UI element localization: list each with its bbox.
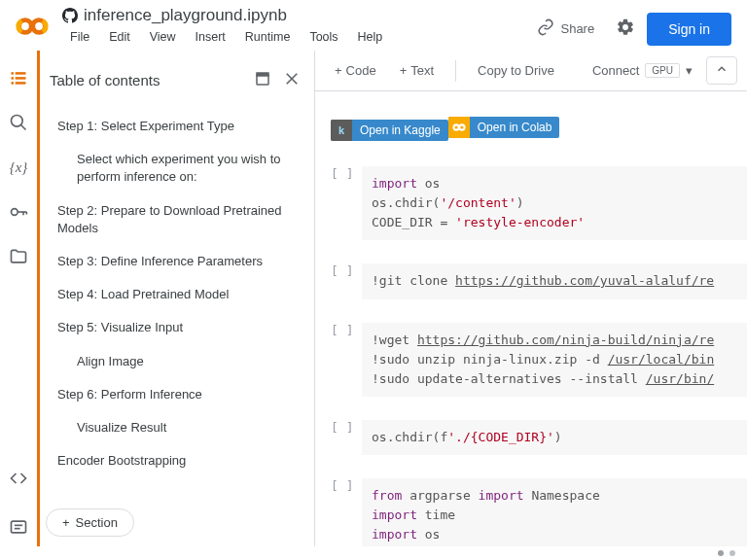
add-text-button[interactable]: +Text [390, 58, 444, 83]
toc-item[interactable]: Encoder Bootstrapping [53, 444, 308, 477]
cell-prompt: [ ] [331, 323, 362, 397]
colab-icon [448, 117, 470, 138]
cell-prompt: [ ] [331, 166, 362, 240]
toc-list: Step 1: Select Experiment Type Select wh… [40, 110, 314, 499]
open-in-colab-badge[interactable]: Open in Colab [448, 117, 560, 138]
code-content[interactable]: !git clone https://github.com/yuval-alal… [362, 263, 747, 298]
share-button[interactable]: Share [527, 13, 604, 45]
status-dots [718, 550, 735, 556]
menu-help[interactable]: Help [350, 27, 391, 47]
toc-item[interactable]: Step 5: Visualize Input [53, 311, 308, 344]
toc-panel: Table of contents Step 1: Select Experim… [37, 51, 315, 546]
svg-point-21 [453, 124, 458, 129]
cell-prompt: [ ] [331, 478, 362, 546]
menu-file[interactable]: File [62, 27, 97, 47]
sidebar-rail: {x} [0, 51, 37, 546]
github-icon [62, 8, 78, 23]
toc-title: Table of contents [50, 72, 246, 88]
svg-rect-2 [12, 72, 15, 75]
settings-button[interactable] [610, 12, 641, 46]
notebook-title[interactable]: inference_playground.ipynb [84, 6, 287, 25]
svg-point-10 [12, 209, 18, 216]
svg-rect-7 [16, 82, 26, 85]
add-code-button[interactable]: +Code [325, 58, 386, 83]
toc-item[interactable]: Step 2: Prepare to Download Pretrained M… [53, 194, 308, 245]
svg-rect-18 [257, 73, 268, 76]
chevron-up-icon [715, 64, 729, 79]
cell-prompt: [ ] [331, 420, 362, 455]
svg-line-9 [21, 125, 26, 130]
new-tab-icon[interactable] [250, 66, 275, 94]
menu-runtime[interactable]: Runtime [237, 27, 299, 47]
collapse-button[interactable] [706, 56, 737, 85]
code-cell[interactable]: [ ] from argparse import Namespace impor… [315, 471, 747, 546]
toc-item[interactable]: Step 4: Load Pretrained Model [53, 278, 308, 311]
menu-bar: File Edit View Insert Runtime Tools Help [62, 27, 527, 47]
toc-item[interactable]: Step 3: Define Inference Parameters [53, 245, 308, 278]
section-label: Section [76, 515, 118, 530]
kaggle-icon: k [331, 120, 352, 141]
toolbar: +Code +Text Copy to Drive Connect GPU ▾ [315, 51, 747, 91]
toc-item[interactable]: Visualize Result [53, 411, 308, 444]
close-icon[interactable] [279, 66, 304, 94]
svg-rect-6 [12, 82, 15, 85]
plus-icon: + [62, 515, 70, 530]
add-section-button[interactable]: + Section [46, 508, 134, 537]
code-cell[interactable]: [ ] !wget https://github.com/ninja-build… [315, 315, 747, 404]
svg-point-8 [12, 116, 23, 127]
signin-button[interactable]: Sign in [647, 13, 731, 46]
status-dot [718, 550, 724, 556]
svg-rect-14 [12, 521, 26, 533]
colab-logo[interactable] [16, 10, 49, 43]
svg-rect-4 [12, 77, 15, 80]
gear-icon [616, 25, 635, 40]
code-content[interactable]: !wget https://github.com/ninja-build/nin… [362, 323, 747, 397]
cell-prompt: [ ] [331, 263, 362, 298]
menu-insert[interactable]: Insert [188, 27, 233, 47]
svg-point-22 [459, 124, 464, 129]
files-icon[interactable] [9, 247, 28, 266]
code-content[interactable]: import os os.chdir('/content') CODE_DIR … [362, 166, 747, 240]
variables-icon[interactable]: {x} [9, 158, 28, 177]
share-label: Share [560, 21, 594, 36]
runtime-chip[interactable]: GPU [645, 63, 680, 78]
link-icon [537, 18, 554, 39]
menu-view[interactable]: View [142, 27, 184, 47]
toc-item[interactable]: Step 1: Select Experiment Type [53, 110, 308, 143]
svg-rect-3 [16, 72, 26, 75]
toc-item[interactable]: Select which experiment you wish to perf… [53, 143, 308, 193]
toc-item[interactable]: Align Image [53, 345, 308, 378]
chevron-down-icon[interactable]: ▾ [686, 63, 693, 78]
code-cell[interactable]: [ ] import os os.chdir('/content') CODE_… [315, 158, 747, 248]
toc-icon[interactable] [9, 68, 28, 88]
open-in-kaggle-badge[interactable]: kOpen in Kaggle [331, 120, 448, 141]
menu-tools[interactable]: Tools [302, 27, 345, 47]
svg-rect-5 [16, 77, 26, 80]
copy-to-drive-button[interactable]: Copy to Drive [468, 58, 564, 83]
terminal-icon[interactable] [9, 517, 28, 537]
separator [455, 60, 456, 82]
code-snippets-icon[interactable] [9, 469, 28, 488]
connect-button[interactable]: Connect [592, 63, 639, 78]
menu-edit[interactable]: Edit [101, 27, 138, 47]
code-content[interactable]: from argparse import Namespace import ti… [362, 478, 747, 546]
toc-item[interactable]: Step 6: Perform Inference [53, 378, 308, 411]
code-content[interactable]: os.chdir(f'./{CODE_DIR}') [362, 420, 747, 455]
plus-icon: + [400, 63, 408, 78]
cells-area[interactable]: kOpen in KaggleOpen in Colab [ ] import … [315, 91, 747, 546]
search-icon[interactable] [9, 113, 28, 132]
secrets-icon[interactable] [9, 202, 28, 222]
code-cell[interactable]: [ ] !git clone https://github.com/yuval-… [315, 256, 747, 306]
code-cell[interactable]: [ ] os.chdir(f'./{CODE_DIR}') [315, 412, 747, 463]
status-dot [729, 550, 735, 556]
plus-icon: + [335, 63, 342, 78]
